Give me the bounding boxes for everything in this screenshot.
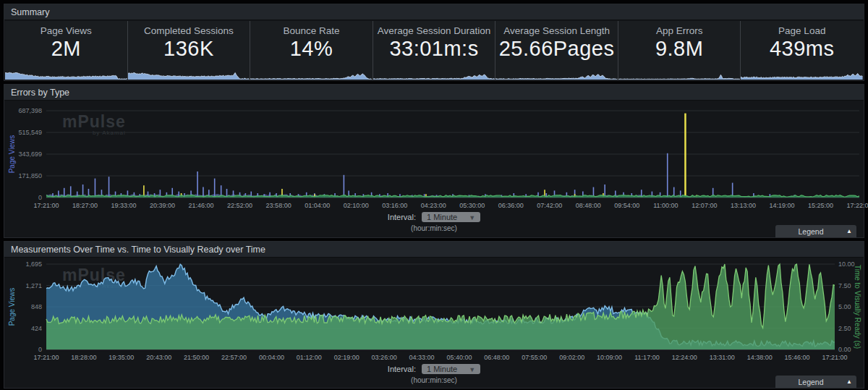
tile-value: 439ms (741, 37, 863, 61)
tile-value: 136K (128, 37, 250, 61)
interval-select[interactable]: 1 Minute▼ (422, 364, 480, 374)
summary-tile: Bounce Rate14% (250, 21, 373, 80)
tile-value: 9.8M (618, 37, 741, 61)
x-tick-label: 17:22:00 (836, 202, 868, 209)
summary-panel: Summary Page Views2MCompleted Sessions13… (4, 4, 864, 81)
summary-tile: Average Session Length25.66Pages (495, 21, 618, 80)
errors-legend-button[interactable]: Legend ▲ (775, 225, 856, 237)
summary-panel-title: Summary (4, 4, 864, 20)
errors-interval-row: Interval: 1 Minute▼ (4, 212, 864, 222)
y-tick-label: 1,695 (6, 260, 42, 268)
measurements-axis-unit: (hour:min:sec) (4, 376, 864, 384)
tile-value: 33:01m:s (373, 37, 495, 61)
y-tick-label: 424 (6, 325, 42, 332)
measurements-legend-button[interactable]: Legend ▲ (775, 376, 856, 388)
sparkline-canvas (5, 69, 127, 80)
y-tick-label: 848 (6, 303, 42, 310)
y-tick-label: 0 (6, 346, 42, 353)
tile-value: 25.66Pages (495, 37, 618, 61)
tile-sparkline (741, 69, 863, 80)
tile-label: Average Session Duration (373, 25, 495, 36)
y-tick-label: 515,549 (6, 129, 42, 136)
interval-value: 1 Minute (427, 365, 457, 373)
right-y-tick-label: 10.00 (838, 260, 864, 268)
sparkline-area (128, 72, 250, 80)
interval-label: Interval: (388, 365, 416, 373)
tile-value: 14% (250, 37, 373, 61)
summary-tile: Completed Sessions136K (127, 21, 250, 80)
summary-tile: App Errors9.8M (618, 21, 741, 80)
tile-label: Page Load (741, 25, 863, 36)
tile-value: 2M (5, 37, 127, 61)
right-y-tick-label: 2.50 (838, 325, 864, 332)
y-tick-label: 343,699 (6, 151, 42, 158)
summary-tiles-row: Page Views2MCompleted Sessions136KBounce… (5, 21, 863, 80)
sparkline-canvas (373, 69, 495, 80)
tile-sparkline (618, 69, 741, 80)
x-tick-label: 17:21:00 (812, 354, 858, 361)
legend-button-label: Legend (775, 227, 846, 236)
y-tick-label: 687,398 (6, 107, 42, 114)
measurements-panel: Measurements Over Time vs. Time to Visua… (4, 241, 864, 389)
collapse-arrow-icon: ▲ (846, 378, 852, 385)
y-tick-label: 0 (6, 194, 42, 201)
tile-sparkline (5, 69, 127, 80)
sparkline-canvas (128, 69, 250, 80)
tile-sparkline (250, 69, 373, 80)
collapse-arrow-icon: ▲ (846, 228, 852, 234)
tile-sparkline (128, 69, 250, 80)
interval-value: 1 Minute (427, 213, 457, 221)
summary-tile: Page Load439ms (740, 21, 863, 80)
tile-label: Completed Sessions (128, 25, 250, 36)
errors-axis-unit: (hour:min:sec) (4, 224, 864, 232)
measurements-interval-row: Interval: 1 Minute▼ (4, 364, 864, 374)
tile-label: Page Views (5, 25, 127, 36)
tile-label: Bounce Rate (250, 25, 373, 36)
tile-label: App Errors (618, 25, 741, 36)
right-y-tick-label: 0.00 (838, 346, 864, 353)
summary-tile: Average Session Duration33:01m:s (373, 21, 495, 80)
right-y-tick-label: 5.00 (838, 303, 864, 310)
tile-label: Average Session Length (495, 25, 618, 36)
dropdown-arrow-icon: ▼ (469, 366, 475, 373)
tile-sparkline (373, 69, 495, 80)
sparkline-canvas (741, 69, 863, 80)
y-tick-label: 1,271 (6, 282, 42, 289)
right-y-tick-label: 7.50 (838, 282, 864, 289)
mpulse-dashboard: Summary Page Views2MCompleted Sessions13… (0, 0, 868, 390)
summary-tile: Page Views2M (5, 21, 127, 80)
tile-sparkline (495, 69, 618, 80)
interval-select[interactable]: 1 Minute▼ (422, 212, 480, 222)
legend-button-label: Legend (775, 378, 846, 386)
dropdown-arrow-icon: ▼ (469, 214, 475, 221)
sparkline-canvas (618, 69, 741, 80)
interval-label: Interval: (388, 213, 416, 221)
y-tick-label: 171,850 (6, 172, 42, 179)
sparkline-canvas (495, 69, 618, 80)
sparkline-canvas (250, 69, 373, 80)
errors-by-type-panel: Errors by Type mPulse by Akamai Page Vie… (4, 84, 864, 238)
